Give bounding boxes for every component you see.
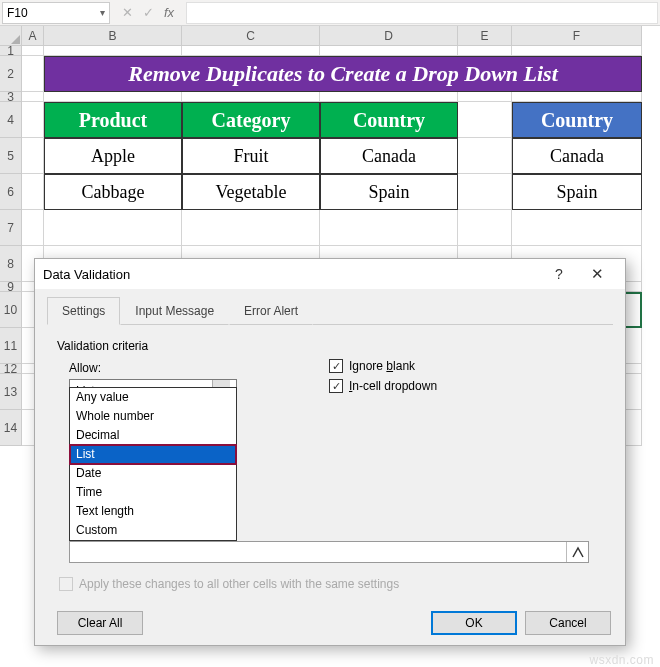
table-cell[interactable]: Canada [320,138,458,174]
incell-dropdown-label: In-cell dropdown [349,379,437,393]
allow-option[interactable]: Whole number [70,407,236,426]
allow-option[interactable]: Decimal [70,426,236,445]
source-input[interactable] [69,541,589,563]
table-cell[interactable]: Spain [512,174,642,210]
ignore-blank-checkbox[interactable]: ✓ Ignore blank [329,359,437,373]
enter-icon: ✓ [143,5,154,20]
ignore-blank-label: Ignore blank [349,359,415,373]
tab-error-alert[interactable]: Error Alert [229,297,313,325]
dialog-titlebar[interactable]: Data Validation ? ✕ [35,259,625,289]
row-header[interactable]: 1 [0,46,22,56]
row-header[interactable]: 4 [0,102,22,138]
cancel-icon: ✕ [122,5,133,20]
name-box[interactable]: F10 ▾ [2,2,110,24]
formula-bar-icons: ✕ ✓ fx [110,5,186,20]
clear-all-button[interactable]: Clear All [57,611,143,635]
formula-input[interactable] [186,2,658,24]
allow-option[interactable]: Date [70,464,236,483]
table1-header: Product [44,102,182,138]
row-header[interactable]: 3 [0,92,22,102]
row-header[interactable]: 11 [0,328,22,364]
row-header[interactable]: 12 [0,364,22,374]
validation-criteria-label: Validation criteria [57,339,603,353]
row-header[interactable]: 5 [0,138,22,174]
range-picker-icon[interactable] [566,542,588,562]
allow-option[interactable]: Time [70,483,236,502]
close-button[interactable]: ✕ [577,265,617,283]
allow-dropdown-list[interactable]: Any value Whole number Decimal List Date… [69,387,237,541]
allow-option[interactable]: Custom [70,521,236,540]
row-header[interactable]: 7 [0,210,22,246]
table-cell[interactable]: Spain [320,174,458,210]
row-header[interactable]: 14 [0,410,22,446]
checkbox-icon [59,577,73,591]
row-header[interactable]: 8 [0,246,22,282]
data-validation-dialog: Data Validation ? ✕ Settings Input Messa… [34,258,626,646]
table-cell[interactable]: Vegetable [182,174,320,210]
apply-to-others-label: Apply these changes to all other cells w… [79,577,399,591]
col-header-b[interactable]: B [44,26,182,46]
table-cell[interactable]: Fruit [182,138,320,174]
col-header-d[interactable]: D [320,26,458,46]
watermark: wsxdn.com [589,653,654,667]
row-header-column: 1 2 3 4 5 6 7 8 9 10 11 12 13 14 [0,46,22,446]
table-cell[interactable]: Canada [512,138,642,174]
allow-option[interactable]: Any value [70,388,236,407]
tab-settings[interactable]: Settings [47,297,120,325]
row-header[interactable]: 6 [0,174,22,210]
ok-button[interactable]: OK [431,611,517,635]
incell-dropdown-checkbox[interactable]: ✓ In-cell dropdown [329,379,437,393]
table2-header: Country [512,102,642,138]
select-all-corner[interactable] [0,26,22,46]
col-header-a[interactable]: A [22,26,44,46]
table1-header: Country [320,102,458,138]
col-header-c[interactable]: C [182,26,320,46]
row-header[interactable]: 2 [0,56,22,92]
column-header-row: A B C D E F [0,26,660,46]
tab-input-message[interactable]: Input Message [120,297,229,325]
table1-header: Category [182,102,320,138]
cancel-button[interactable]: Cancel [525,611,611,635]
allow-option[interactable]: Text length [70,502,236,521]
table-cell[interactable]: Cabbage [44,174,182,210]
table-cell[interactable]: Apple [44,138,182,174]
options-checkboxes: ✓ Ignore blank ✓ In-cell dropdown [329,359,437,399]
dialog-tabs: Settings Input Message Error Alert [35,289,625,325]
fx-icon[interactable]: fx [164,5,174,20]
name-box-value: F10 [7,6,28,20]
checkbox-icon: ✓ [329,359,343,373]
checkbox-icon: ✓ [329,379,343,393]
name-box-dropdown-icon[interactable]: ▾ [100,7,105,18]
col-header-f[interactable]: F [512,26,642,46]
allow-option-selected[interactable]: List [70,445,236,464]
row-header[interactable]: 9 [0,282,22,292]
help-button[interactable]: ? [541,266,577,282]
row-header[interactable]: 13 [0,374,22,410]
row-header[interactable]: 10 [0,292,22,328]
page-title: Remove Duplicates to Create a Drop Down … [44,56,642,92]
col-header-e[interactable]: E [458,26,512,46]
dialog-title: Data Validation [43,267,130,282]
dialog-footer: Clear All OK Cancel [35,601,625,645]
apply-to-others-checkbox: Apply these changes to all other cells w… [59,577,399,591]
formula-bar: F10 ▾ ✕ ✓ fx [0,0,660,26]
